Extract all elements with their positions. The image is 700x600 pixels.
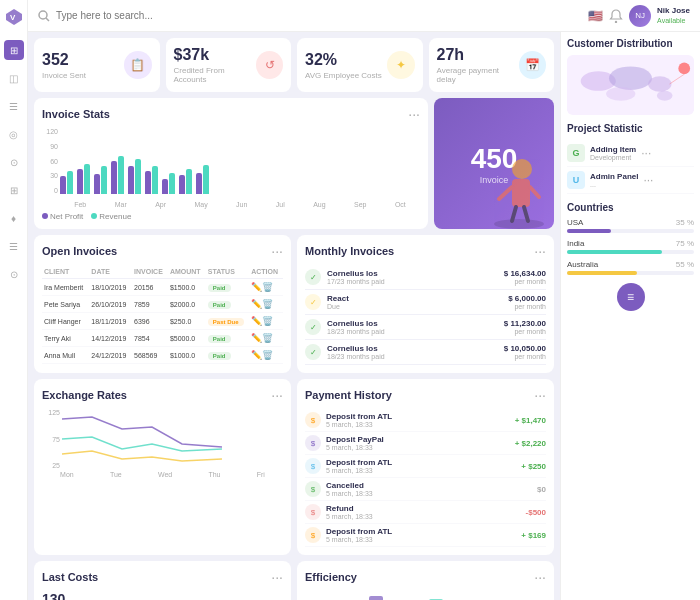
svg-line-10 — [512, 207, 516, 221]
exchange-y-axis: 1257525 — [42, 409, 62, 469]
country-name: USA — [567, 218, 583, 227]
cell-status: Paid — [206, 347, 249, 364]
monthly-amount: $ 16,634.00 — [504, 269, 546, 278]
stat-delay-icon: 📅 — [519, 51, 546, 79]
bar-group — [179, 169, 192, 194]
invoices-table: CLIENT DATE INVOICE AMOUNT STATUS ACTION… — [42, 265, 283, 364]
monthly-item: ✓ React Due $ 6,000.00 per month — [305, 290, 546, 315]
cell-action[interactable]: ✏️🗑️ — [249, 330, 283, 347]
open-invoices-more[interactable]: ··· — [271, 243, 283, 259]
col-invoice: INVOICE — [132, 265, 168, 279]
delete-icon[interactable]: 🗑️ — [262, 282, 273, 292]
svg-rect-13 — [369, 596, 383, 600]
bar-net-profit — [111, 161, 117, 194]
svg-line-11 — [524, 207, 528, 221]
payment-card: Payment History ··· $ Deposit from ATL 5… — [297, 379, 554, 555]
bar-group — [60, 171, 73, 194]
last-costs-more[interactable]: ··· — [271, 569, 283, 585]
payment-more[interactable]: ··· — [534, 387, 546, 403]
exchange-more[interactable]: ··· — [271, 387, 283, 403]
fab-button[interactable]: ≡ — [617, 283, 645, 311]
monthly-amount-group: $ 11,230.00 per month — [504, 319, 546, 335]
delete-icon[interactable]: 🗑️ — [262, 350, 273, 360]
search-input[interactable] — [56, 10, 582, 21]
invoice-stats-more[interactable]: ··· — [408, 106, 420, 122]
sidebar-item-analytics[interactable]: ◎ — [4, 124, 24, 144]
bar-revenue — [101, 166, 107, 194]
main-content: 352 Invoice Sent 📋 $37k Credited From Ac… — [28, 32, 560, 600]
edit-icon[interactable]: ✏️ — [251, 299, 262, 309]
edit-icon[interactable]: ✏️ — [251, 282, 262, 292]
bar-net-profit — [77, 169, 83, 194]
project-statistic-title: Project Statistic — [567, 123, 694, 134]
cell-action[interactable]: ✏️🗑️ — [249, 279, 283, 296]
sidebar-item-diamond[interactable]: ♦ — [4, 208, 24, 228]
status-badge: Paid — [208, 335, 231, 343]
svg-rect-7 — [512, 179, 530, 207]
delete-icon[interactable]: 🗑️ — [262, 333, 273, 343]
edit-icon[interactable]: ✏️ — [251, 350, 262, 360]
svg-point-21 — [606, 87, 635, 101]
sidebar-item-user[interactable]: ⊙ — [4, 264, 24, 284]
project-more[interactable]: ··· — [643, 173, 653, 187]
bar-group — [111, 156, 124, 194]
payment-name: Refund — [326, 504, 521, 513]
payment-info: Deposit from ATL 5 march, 18:33 — [326, 527, 516, 543]
edit-icon[interactable]: ✏️ — [251, 316, 262, 326]
status-badge: Paid — [208, 301, 231, 309]
sidebar-item-settings[interactable]: ⊙ — [4, 152, 24, 172]
efficiency-more[interactable]: ··· — [534, 569, 546, 585]
cell-client: Cliff Hanger — [42, 313, 89, 330]
country-item: India 75 % — [567, 239, 694, 254]
project-name: Admin Panel — [590, 172, 638, 181]
efficiency-chart: 40 50 60 — [305, 591, 546, 600]
svg-point-5 — [494, 219, 544, 229]
svg-point-6 — [512, 159, 532, 179]
sidebar-item-dashboard[interactable]: ⊞ — [4, 40, 24, 60]
project-icon: U — [567, 171, 585, 189]
country-name: Australia — [567, 260, 598, 269]
cell-status: Paid — [206, 279, 249, 296]
sidebar-item-grid[interactable]: ⊞ — [4, 180, 24, 200]
bar-revenue — [135, 159, 141, 194]
cell-date: 18/10/2019 — [89, 279, 132, 296]
cell-action[interactable]: ✏️🗑️ — [249, 347, 283, 364]
exchange-line-chart — [62, 409, 222, 469]
topbar: 🇺🇸 NJ Nik Jose Available — [28, 0, 700, 32]
cell-action[interactable]: ✏️🗑️ — [249, 296, 283, 313]
invoice-stats-card: Invoice Stats ··· 1209060300 FebMarAprMa… — [34, 98, 428, 229]
delete-icon[interactable]: 🗑️ — [262, 316, 273, 326]
monthly-amount: $ 10,050.00 — [504, 344, 546, 353]
payment-item-icon: $ — [305, 435, 321, 451]
delete-icon[interactable]: 🗑️ — [262, 299, 273, 309]
bar-net-profit — [196, 173, 202, 194]
payment-name: Deposit from ATL — [326, 458, 516, 467]
payment-name: Deposit from ATL — [326, 412, 510, 421]
sidebar-item-menu[interactable]: ☰ — [4, 236, 24, 256]
exchange-card: Exchange Rates ··· 1257525 — [34, 379, 291, 555]
country-percent: 75 % — [676, 239, 694, 248]
col-date: DATE — [89, 265, 132, 279]
bottom-row: Exchange Rates ··· 1257525 — [34, 379, 554, 555]
sidebar-item-list[interactable]: ☰ — [4, 96, 24, 116]
bell-icon[interactable] — [609, 9, 623, 23]
payment-item: $ Deposit from ATL 5 march, 18:33 + $1,4… — [305, 409, 546, 432]
monthly-info: Cornelius los 18/23 months paid — [327, 319, 498, 335]
payment-amount: + $2,220 — [515, 439, 546, 448]
cell-client: Pete Sariya — [42, 296, 89, 313]
payment-item: $ Refund 5 march, 18:33 -$500 — [305, 501, 546, 524]
sidebar-item-layout[interactable]: ◫ — [4, 68, 24, 88]
monthly-invoices-more[interactable]: ··· — [534, 243, 546, 259]
cell-action[interactable]: ✏️🗑️ — [249, 313, 283, 330]
exchange-x-labels: MonTueWedThuFri — [42, 471, 283, 478]
cell-status: Paid — [206, 296, 249, 313]
chart-legend: Net Profit Revenue — [42, 212, 420, 221]
payment-info: Deposit from ATL 5 march, 18:33 — [326, 458, 516, 474]
monthly-check-icon: ✓ — [305, 319, 321, 335]
project-more[interactable]: ··· — [641, 146, 651, 160]
edit-icon[interactable]: ✏️ — [251, 333, 262, 343]
col-amount: AMOUNT — [168, 265, 206, 279]
payment-item-icon: $ — [305, 504, 321, 520]
open-invoices-card: Open Invoices ··· CLIENT DATE INVOICE AM… — [34, 235, 291, 373]
bar-chart — [60, 128, 420, 194]
